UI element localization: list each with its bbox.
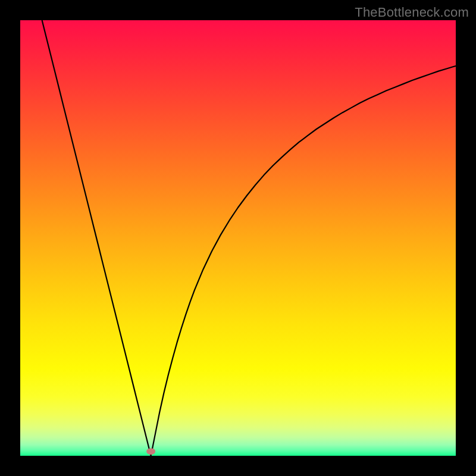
- watermark: TheBottleneck.com: [355, 5, 469, 20]
- optimum-marker: [146, 448, 155, 455]
- chart-svg: [20, 20, 456, 456]
- gradient-background: [20, 20, 456, 456]
- plot-area: [20, 20, 456, 456]
- chart-frame: TheBottleneck.com: [0, 0, 476, 476]
